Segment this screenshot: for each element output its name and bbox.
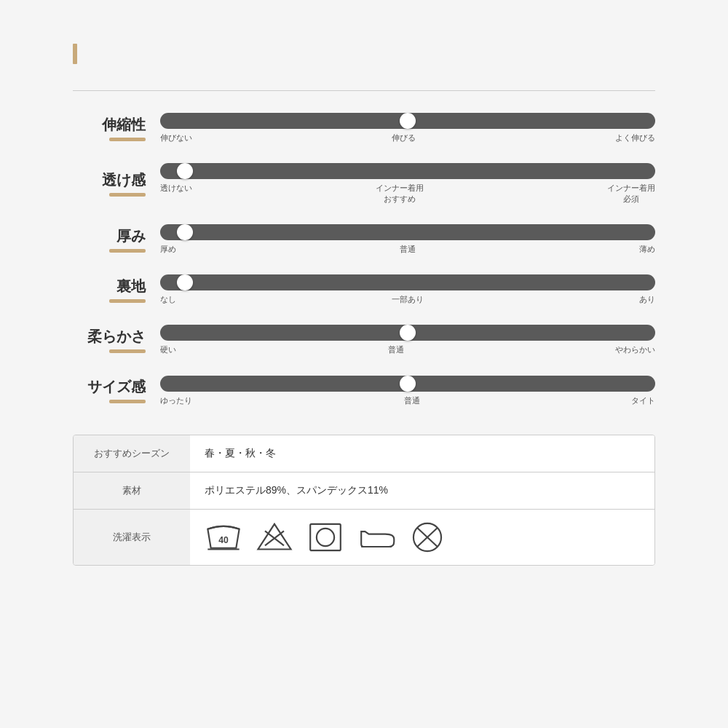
slider-dot-thickness: [177, 224, 193, 240]
slider-dot-size: [400, 376, 416, 392]
slider-labels-softness: 硬い普通やわらかい: [160, 344, 655, 355]
info-row-0: おすすめシーズン春・夏・秋・冬: [74, 435, 654, 472]
care-icons: 40: [205, 521, 446, 553]
attribute-row-thickness: 厚み厚め普通薄め: [73, 224, 655, 254]
section-header: [73, 44, 655, 64]
attribute-label-lining: 裏地: [73, 277, 160, 303]
slider-dot-transparency: [177, 163, 193, 179]
attribute-label-softness: 柔らかさ: [73, 327, 160, 353]
attribute-label-thickness: 厚み: [73, 226, 160, 253]
info-row-2: 洗濯表示 40: [74, 510, 654, 565]
slider-area-lining: なし一部ありあり: [160, 274, 655, 304]
slider-label-stretch-2: よく伸びる: [615, 132, 655, 143]
slider-label-transparency-2: インナー着用必須: [607, 183, 655, 204]
slider-area-softness: 硬い普通やわらかい: [160, 325, 655, 355]
slider-label-size-1: 普通: [404, 395, 420, 405]
attribute-label-bar-lining: [109, 299, 146, 303]
slider-track-wrap-thickness: [160, 224, 655, 240]
dry-clean-icon: [408, 521, 446, 553]
attributes-container: 伸縮性伸びない伸びるよく伸びる透け感透けないインナー着用おすすめインナー着用必須…: [73, 113, 655, 405]
slider-area-thickness: 厚め普通薄め: [160, 224, 655, 254]
slider-label-softness-2: やわらかい: [615, 344, 655, 355]
attribute-label-transparency: 透け感: [73, 170, 160, 197]
slider-area-stretch: 伸びない伸びるよく伸びる: [160, 113, 655, 143]
slider-label-softness-1: 普通: [388, 344, 404, 355]
iron-icon: [357, 521, 395, 553]
slider-label-stretch-0: 伸びない: [160, 132, 192, 143]
slider-labels-lining: なし一部ありあり: [160, 294, 655, 304]
slider-dot-stretch: [400, 113, 416, 129]
attribute-label-text-softness: 柔らかさ: [73, 327, 146, 347]
attribute-label-size: サイズ感: [73, 377, 160, 403]
slider-label-softness-0: 硬い: [160, 344, 176, 355]
slider-track-size: [160, 376, 655, 392]
attribute-row-softness: 柔らかさ硬い普通やわらかい: [73, 325, 655, 355]
slider-labels-stretch: 伸びない伸びるよく伸びる: [160, 132, 655, 143]
bleach-icon: [256, 521, 293, 553]
attribute-label-text-lining: 裏地: [73, 277, 146, 296]
info-key-0: おすすめシーズン: [74, 435, 190, 472]
attribute-label-text-size: サイズ感: [73, 377, 146, 397]
info-key-1: 素材: [74, 472, 190, 509]
svg-point-5: [317, 529, 334, 546]
attribute-label-bar-softness: [109, 349, 146, 353]
slider-area-size: ゆったり普通タイト: [160, 376, 655, 405]
attribute-label-text-thickness: 厚み: [73, 226, 146, 246]
info-val-2: 40: [190, 510, 654, 565]
slider-label-stretch-1: 伸びる: [392, 132, 416, 143]
slider-label-thickness-0: 厚め: [160, 244, 176, 254]
title-divider: [73, 90, 655, 91]
slider-label-lining-0: なし: [160, 294, 176, 304]
info-row-1: 素材ポリエステル89%、スパンデックス11%: [74, 472, 654, 510]
page-container: 伸縮性伸びない伸びるよく伸びる透け感透けないインナー着用おすすめインナー着用必須…: [0, 0, 728, 728]
slider-track-wrap-transparency: [160, 163, 655, 179]
attribute-label-bar-transparency: [109, 193, 146, 197]
info-val-0: 春・夏・秋・冬: [190, 435, 654, 472]
wash-icon: 40: [205, 521, 242, 553]
slider-dot-lining: [177, 274, 193, 290]
attribute-row-lining: 裏地なし一部ありあり: [73, 274, 655, 304]
slider-track-thickness: [160, 224, 655, 240]
slider-label-size-2: タイト: [631, 395, 655, 405]
slider-label-thickness-1: 普通: [400, 244, 416, 254]
slider-track-lining: [160, 274, 655, 290]
slider-label-thickness-2: 薄め: [639, 244, 655, 254]
slider-track-wrap-size: [160, 376, 655, 392]
slider-label-transparency-1: インナー着用おすすめ: [376, 183, 424, 204]
info-val-1: ポリエステル89%、スパンデックス11%: [190, 472, 654, 509]
slider-track-wrap-softness: [160, 325, 655, 341]
slider-track-softness: [160, 325, 655, 341]
slider-label-size-0: ゆったり: [160, 395, 192, 405]
title-accent-bar: [73, 44, 77, 64]
slider-labels-transparency: 透けないインナー着用おすすめインナー着用必須: [160, 183, 655, 204]
slider-label-lining-1: 一部あり: [392, 294, 424, 304]
attribute-row-transparency: 透け感透けないインナー着用おすすめインナー着用必須: [73, 163, 655, 204]
slider-track-stretch: [160, 113, 655, 129]
attribute-label-text-transparency: 透け感: [73, 170, 146, 190]
attribute-label-bar-stretch: [109, 138, 146, 141]
slider-labels-thickness: 厚め普通薄め: [160, 244, 655, 254]
slider-track-wrap-lining: [160, 274, 655, 290]
attribute-row-size: サイズ感ゆったり普通タイト: [73, 376, 655, 405]
slider-track-wrap-stretch: [160, 113, 655, 129]
slider-label-transparency-0: 透けない: [160, 183, 192, 204]
info-key-2: 洗濯表示: [74, 510, 190, 565]
attribute-row-stretch: 伸縮性伸びない伸びるよく伸びる: [73, 113, 655, 143]
attribute-label-stretch: 伸縮性: [73, 115, 160, 141]
attribute-label-bar-size: [109, 400, 146, 403]
slider-area-transparency: 透けないインナー着用おすすめインナー着用必須: [160, 163, 655, 204]
slider-track-transparency: [160, 163, 655, 179]
attribute-label-bar-thickness: [109, 249, 146, 253]
svg-text:40: 40: [218, 535, 229, 545]
attribute-label-text-stretch: 伸縮性: [73, 115, 146, 135]
slider-dot-softness: [400, 325, 416, 341]
slider-label-lining-2: あり: [639, 294, 655, 304]
slider-labels-size: ゆったり普通タイト: [160, 395, 655, 405]
tumble-dry-icon: [306, 521, 344, 553]
info-table: おすすめシーズン春・夏・秋・冬素材ポリエステル89%、スパンデックス11%洗濯表…: [73, 435, 655, 566]
